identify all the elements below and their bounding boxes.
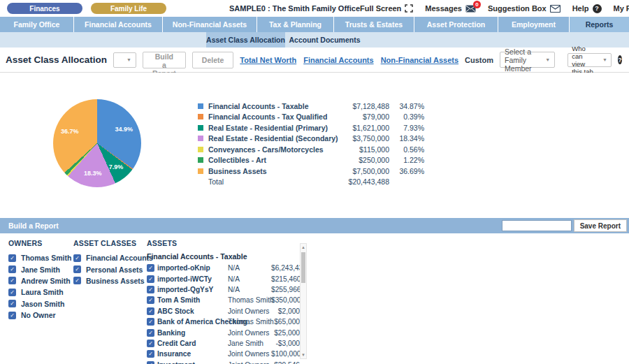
owner-item-laura-smith[interactable]: ✓Laura Smith [8,286,71,298]
checkbox-checked[interactable]: ✓ [147,329,154,337]
menu-item-help[interactable]: Help? [572,4,602,13]
nav-tab-family-office[interactable]: Family Office [0,17,74,32]
asset-class-item-label: Personal Assets [86,265,143,274]
custom-label: Custom [465,56,493,64]
menu-item-my-profile[interactable]: My Profile [614,4,629,13]
saved-report-select[interactable]: ▼ [113,52,136,68]
legend-total-label: Total [208,177,335,186]
save-report-button[interactable]: Save Report [574,219,627,232]
checkbox-checked[interactable]: ✓ [8,277,16,284]
legend-total-amount: $20,443,488 [339,177,389,186]
checkbox-checked[interactable]: ✓ [147,286,154,293]
nav-tab-asset-protection[interactable]: Asset Protection [414,17,498,32]
asset-class-item-business-assets[interactable]: ✓Business Assets [73,275,153,286]
chevron-down-icon: ▼ [126,57,131,62]
sub-nav: Asset Class AllocationAccount Documents [0,32,629,48]
legend-row: Financial Accounts - Taxable$7,128,48834… [198,101,424,112]
link-non-financial-assets[interactable]: Non-Financial Assets [381,56,458,64]
checkbox-checked[interactable]: ✓ [8,265,16,273]
legend-percent: 0.56% [393,145,424,154]
checkbox-checked[interactable]: ✓ [147,340,154,347]
checkbox-checked[interactable]: ✓ [147,361,154,364]
checkbox-checked[interactable]: ✓ [8,289,16,296]
fullscreen-icon [405,4,413,13]
owner-item-no-owner[interactable]: ✓No Owner [8,310,71,321]
asset-allocation-pie-chart[interactable]: 34.9%7.9%18.3%36.7% [53,99,141,187]
legend-percent: 36.69% [393,167,424,175]
menu-item-full-screen[interactable]: Full Screen [360,4,413,13]
owner-item-andrew-smith[interactable]: ✓Andrew Smith [8,275,71,286]
legend-amount: $250,000 [339,156,389,164]
build-report-button[interactable]: Build a Report [143,52,186,68]
link-financial-accounts[interactable]: Financial Accounts [303,56,373,64]
checkbox-checked[interactable]: ✓ [147,350,154,358]
checkbox-checked[interactable]: ✓ [8,300,16,307]
asset-amount: $25,000 [271,329,300,337]
checkbox-checked[interactable]: ✓ [147,296,154,304]
owner-item-jane-smith[interactable]: ✓Jane Smith [8,263,71,275]
nav-tab-reports[interactable]: Reports [570,17,629,32]
legend-swatch [198,103,203,109]
who-can-view-select[interactable]: Who can view this tab ▼ [567,53,612,67]
asset-owner: Thomas Smith [228,296,271,304]
nav-tab-financial-accounts[interactable]: Financial Accounts [74,17,163,32]
scrollbar-thumb[interactable] [301,252,305,283]
assets-group-heading: Financial Accounts - Taxable [147,252,300,261]
asset-class-item-financial-accounts[interactable]: ✓Financial Accounts [73,252,153,263]
asset-owner: Jane Smith [228,340,271,347]
asset-name: Tom A Smith [157,296,228,304]
legend-label: Financial Accounts - Taxable [208,102,335,110]
legend-swatch [198,136,203,141]
menu-item-suggestion-box[interactable]: Suggestion Box [488,4,561,13]
family-member-select[interactable]: Select a Family Member ▼ [500,52,555,68]
asset-class-item-label: Business Assets [86,277,145,285]
asset-class-item-personal-assets[interactable]: ✓Personal Assets [73,263,153,275]
help-icon: ? [593,4,602,13]
asset-amount: -$3,000 [271,340,300,347]
owner-item-jason-smith[interactable]: ✓Jason Smith [8,298,71,310]
legend-label: Real Estate - Residential (Secondary) [208,134,335,143]
nav-tab-non-financial-assets[interactable]: Non-Financial Assets [163,17,257,32]
checkbox-checked[interactable]: ✓ [8,312,16,319]
checkbox-checked[interactable]: ✓ [147,264,154,272]
sub-tab-asset-class-allocation[interactable]: Asset Class Allocation [206,32,285,48]
checkbox-checked[interactable]: ✓ [8,254,16,262]
scroll-down-icon[interactable]: ▼ [301,352,306,358]
legend-label: Conveyances - Cars/Motorcycles [208,145,335,154]
delete-button[interactable]: Delete [192,52,234,68]
owner-item-thomas-smith[interactable]: ✓Thomas Smith [8,252,71,263]
checkbox-checked[interactable]: ✓ [73,265,81,273]
legend-percent: 34.87% [393,102,424,110]
top-bar: Finances Family Life SAMPLE0 : The Smith… [0,0,629,17]
topbar-menu: Full ScreenMessages0Suggestion BoxHelp?M… [360,4,629,13]
scroll-up-icon[interactable]: ▲ [301,245,306,250]
asset-name: imported-oKnip [157,264,228,272]
link-total-net-worth[interactable]: Total Net Worth [240,56,296,64]
nav-tab-employment[interactable]: Employment [498,17,570,32]
legend-amount: $79,000 [339,112,389,121]
sub-tab-account-documents[interactable]: Account Documents [285,32,364,48]
report-filters-section: OWNERS ✓Thomas Smith✓Jane Smith✓Andrew S… [0,233,629,364]
finances-button[interactable]: Finances [7,3,82,14]
nav-tab-tax-planning[interactable]: Tax & Planning [257,17,334,32]
legend-label: Financial Accounts - Tax Qualified [208,112,335,121]
legend-percent: 7.93% [393,124,424,132]
assets-scrollbar[interactable]: ▲ ▼ [300,243,307,359]
menu-item-label: Suggestion Box [488,4,547,13]
asset-row: ✓InsuranceJoint Owners$100,000 [147,349,300,359]
pie-slice-label-real-estate-residential-secondary: 18.3% [84,170,102,177]
report-toolbar: Asset Class Allocation ▼ Build a Report … [0,48,629,72]
checkbox-checked[interactable]: ✓ [73,254,81,262]
checkbox-checked[interactable]: ✓ [147,318,154,326]
report-name-input[interactable] [502,220,572,231]
checkbox-checked[interactable]: ✓ [147,275,154,283]
menu-item-messages[interactable]: Messages0 [425,4,476,13]
asset-name: ABC Stock [157,307,228,315]
checkbox-checked[interactable]: ✓ [147,307,154,315]
owner-item-label: Laura Smith [21,288,64,296]
legend-label: Real Estate - Residential (Primary) [208,124,335,132]
checkbox-checked[interactable]: ✓ [73,277,81,284]
nav-tab-trusts-estates[interactable]: Trusts & Estates [334,17,414,32]
help-icon[interactable]: ? [618,55,622,64]
family-life-button[interactable]: Family Life [91,3,166,14]
